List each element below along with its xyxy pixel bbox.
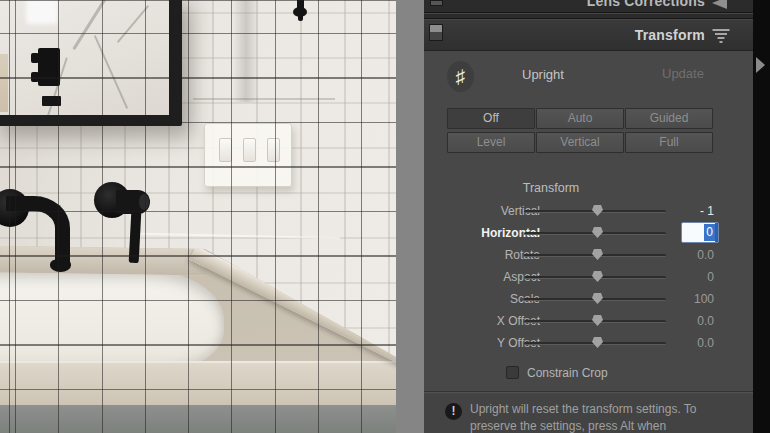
slider-row-vertical: Vertical - 1	[424, 200, 753, 222]
constrain-crop-label: Constrain Crop	[527, 366, 608, 380]
counter-apron	[0, 361, 396, 407]
notice-line-1: Upright will reset the transform setting…	[470, 401, 742, 418]
slider-row-aspect: Aspect 0	[424, 266, 753, 288]
mode-off-button[interactable]: Off	[447, 108, 535, 129]
rotate-slider[interactable]	[524, 254, 666, 257]
mode-guided-button[interactable]: Guided	[625, 108, 713, 129]
selected-text: 0	[704, 224, 715, 241]
transform-section-label: Transform	[451, 181, 651, 195]
switch-toggle	[243, 138, 256, 162]
window-reflection	[26, 0, 58, 24]
vertical-slider[interactable]	[524, 210, 666, 213]
shower-valve-reflection	[38, 48, 60, 86]
x-offset-slider[interactable]	[524, 320, 666, 323]
mixer-cap	[139, 194, 149, 210]
scale-value[interactable]: 100	[694, 292, 714, 306]
rotate-value[interactable]: 0.0	[697, 248, 714, 262]
photo-canvas	[0, 0, 396, 433]
collapsed-triangle-icon[interactable]	[712, 0, 727, 9]
constrain-crop-checkbox[interactable]	[506, 366, 519, 379]
notice-line-2: preserve the settings, press Alt when	[470, 418, 742, 433]
mode-vertical-button[interactable]: Vertical	[536, 132, 624, 153]
transform-panel-switch[interactable]	[429, 24, 443, 41]
notice-text: Upright will reset the transform setting…	[470, 401, 742, 433]
vertical-value[interactable]: - 1	[700, 204, 714, 218]
slider-thumb[interactable]	[592, 271, 603, 282]
constrain-crop-row: Constrain Crop	[424, 364, 753, 380]
slider-row-x-offset: X Offset 0.0	[424, 310, 753, 332]
scale-slider[interactable]	[524, 298, 666, 301]
slider-thumb[interactable]	[592, 337, 603, 348]
slider-row-horizontal: Horizontal 0	[424, 222, 753, 244]
slider-thumb[interactable]	[592, 315, 603, 326]
transform-panel-content: ♯ Upright Update Off Auto Guided Level V…	[424, 51, 753, 433]
slider-row-scale: Scale 100	[424, 288, 753, 310]
slider-thumb[interactable]	[592, 205, 603, 216]
sconce-tip	[298, 15, 303, 21]
faucet-spout-tip	[50, 259, 71, 272]
wall-shadow	[233, 0, 259, 102]
marble-shelf-reflection	[0, 54, 8, 112]
lightroom-window: Lens Corrections Transform ♯ Upright Upd…	[0, 0, 770, 433]
mirror	[0, 0, 182, 126]
light-switch-plate	[204, 123, 292, 187]
transform-title: Transform	[635, 27, 705, 43]
upright-mode-row-1: Off Auto Guided	[447, 108, 713, 129]
panel-collapse-arrow-icon[interactable]	[756, 57, 765, 73]
faucet-spout	[6, 196, 70, 268]
update-button[interactable]: Update	[662, 66, 704, 81]
mode-auto-button[interactable]: Auto	[536, 108, 624, 129]
lens-panel-switch[interactable]	[430, 0, 443, 6]
text-caret	[715, 223, 718, 242]
transform-header[interactable]: Transform	[424, 20, 753, 51]
x-offset-value[interactable]: 0.0	[697, 314, 714, 328]
lens-corrections-title: Lens Corrections	[587, 0, 705, 9]
y-offset-slider[interactable]	[524, 342, 666, 345]
mode-full-button[interactable]: Full	[625, 132, 713, 153]
slider-thumb[interactable]	[592, 227, 603, 238]
upright-mode-row-2: Level Vertical Full	[447, 132, 713, 153]
transform-panel: Lens Corrections Transform ♯ Upright Upd…	[424, 0, 753, 433]
tile-trim-line	[193, 98, 335, 100]
mode-level-button[interactable]: Level	[447, 132, 535, 153]
horizontal-value-input[interactable]: 0	[681, 222, 719, 243]
upright-grid-icon: ♯	[447, 61, 474, 92]
upright-notice: ! Upright will reset the transform setti…	[424, 394, 753, 433]
cabinet-strip	[0, 405, 396, 433]
shower-fixture-lower	[42, 96, 61, 106]
slider-thumb[interactable]	[592, 293, 603, 304]
mirror-glass	[0, 0, 169, 115]
horizontal-slider[interactable]	[524, 232, 666, 235]
switch-toggle	[267, 138, 280, 162]
slider-row-y-offset: Y Offset 0.0	[424, 332, 753, 354]
upright-label: Upright	[522, 67, 564, 82]
sink-basin	[0, 270, 224, 370]
aspect-slider[interactable]	[524, 276, 666, 279]
warning-icon: !	[445, 403, 462, 420]
section-divider	[424, 391, 753, 393]
backsplash-line	[140, 233, 340, 240]
solo-mode-triangle-icon[interactable]	[711, 29, 730, 43]
lens-corrections-header[interactable]: Lens Corrections	[424, 0, 753, 13]
aspect-value[interactable]: 0	[707, 270, 714, 284]
switch-toggle	[219, 138, 232, 162]
y-offset-value[interactable]: 0.0	[697, 336, 714, 350]
slider-row-rotate: Rotate 0.0	[424, 244, 753, 266]
canvas-gutter	[396, 0, 424, 433]
slider-thumb[interactable]	[592, 249, 603, 260]
